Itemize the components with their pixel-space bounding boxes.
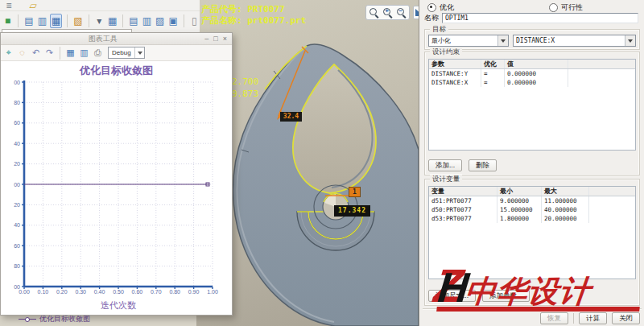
chart-tools-window: 图表工具 – □ × ⌖◌↶↷▦▥⎙ Debug 优化目标收敛图 0080604… <box>0 32 233 316</box>
close-icon[interactable]: × <box>223 34 227 43</box>
toolbar-separator <box>18 14 19 27</box>
chevron-down-icon <box>497 35 508 46</box>
radio-optimization[interactable]: 优化 <box>427 2 454 13</box>
pin-icon[interactable]: ⌖ <box>2 47 14 59</box>
x-tick-label: 0.80 <box>165 289 184 295</box>
redo-icon[interactable]: ↷ <box>43 47 56 59</box>
dialog-buttons: 恢复 计算 关闭 <box>540 312 640 324</box>
variables-table[interactable]: 变量最小最大d51:PRT00779.00000011.000000d50:PR… <box>428 186 636 279</box>
chart-export-icon[interactable]: ▥ <box>78 47 90 59</box>
goal-parameter-dropdown[interactable]: DISTANCE:X <box>513 35 636 47</box>
y-tick-label: 20 <box>1 201 20 208</box>
study-name-input[interactable]: OPTIM1 <box>442 13 638 23</box>
table-cell: DISTANCE:X <box>429 78 481 87</box>
add-dimension-button[interactable]: 添加尺寸... <box>428 290 476 302</box>
chevron-down-icon <box>625 35 635 46</box>
reset-button[interactable]: 恢复 <box>540 312 568 324</box>
y-tick-label: 40 <box>1 221 20 229</box>
x-tick-label: 1.00 <box>203 289 222 295</box>
main-toolbar: ≡▱ ■▤▥▦▧▾▦▤▥▨▣▯ <box>0 0 200 36</box>
column-header[interactable]: 最大 <box>542 187 589 196</box>
table-cell: 11.000000 <box>542 196 589 205</box>
x-tick-label: 0.00 <box>14 289 34 295</box>
minimize-icon[interactable]: – <box>204 34 208 43</box>
chart-title: 优化目标收敛图 <box>1 61 232 78</box>
model-tree-icon[interactable]: ≡ <box>2 0 15 12</box>
delete-constraint-button[interactable]: 删除 <box>469 159 497 171</box>
marker-badge[interactable]: 1 <box>349 187 361 197</box>
legend-label: 优化目标收敛图 <box>39 314 90 324</box>
dimension-value: 2.700 <box>232 76 258 88</box>
data-table-icon[interactable]: ▦ <box>64 47 76 59</box>
table-row[interactable]: d50:PRT007715.00000040.000000 <box>429 205 635 214</box>
chart-window-title: 图表工具 <box>1 34 204 44</box>
close-button[interactable]: 关闭 <box>612 312 640 324</box>
ribbon-tab-row: ≡▱ <box>0 0 200 11</box>
folder-icon[interactable]: ▧ <box>72 14 83 27</box>
zoom-out-icon[interactable]: − <box>395 6 407 19</box>
chevron-down-icon <box>134 47 144 58</box>
add-parameter-button[interactable]: 添加参数... <box>482 290 530 302</box>
column-header[interactable]: 参数 <box>429 60 481 68</box>
toolbar-separator <box>184 14 184 27</box>
y-tick-label: 80 <box>1 99 20 106</box>
axis-display-icon[interactable]: ▥ <box>37 14 47 27</box>
toolbar-separator <box>89 14 89 27</box>
dimension-value: 9.873 <box>232 88 258 100</box>
table-cell: = <box>481 78 505 87</box>
compute-button[interactable]: 计算 <box>579 312 607 324</box>
column-header[interactable]: 变量 <box>429 187 497 196</box>
divider <box>573 313 574 324</box>
options-icon[interactable]: ▣ <box>167 14 178 27</box>
toolbar-separator <box>67 14 68 27</box>
add-constraint-button[interactable]: 添加... <box>428 159 462 171</box>
radio-optimization-label: 优化 <box>440 2 454 13</box>
print-icon[interactable]: ⎙ <box>92 47 104 59</box>
document-icon[interactable]: ▯ <box>189 14 200 27</box>
undo-icon[interactable]: ↶ <box>30 47 42 59</box>
maximize-icon[interactable]: □ <box>213 34 217 43</box>
y-tick-label: 00 <box>1 79 20 86</box>
x-tick-label: 0.70 <box>147 289 166 295</box>
table-row[interactable]: d53:PRT00771.80000020.000000 <box>429 214 635 223</box>
column-header[interactable]: 最小 <box>497 187 542 196</box>
radio-selected-icon <box>427 3 436 12</box>
grid-display-icon[interactable]: ▦ <box>50 14 62 28</box>
table-row[interactable]: d51:PRT00779.00000011.000000 <box>429 196 635 205</box>
chart-window-titlebar[interactable]: 图表工具 – □ × <box>1 33 232 45</box>
table-row[interactable]: DISTANCE:X=0.000000 <box>429 78 635 87</box>
layers-icon[interactable]: ▤ <box>128 14 138 27</box>
x-tick-label: 0.60 <box>127 289 147 295</box>
watermark-underline <box>436 307 640 312</box>
debug-dropdown[interactable]: Debug <box>108 47 145 59</box>
zoom-buttons-group: +− <box>365 5 410 20</box>
radio-feasibility[interactable]: 可行性 <box>549 2 583 13</box>
datum-display-icon[interactable]: ▤ <box>23 14 34 27</box>
view-zoom-toolbar: +− <box>365 5 427 20</box>
clipboard-icon[interactable]: ▱ <box>27 0 39 12</box>
x-tick-label: 0.90 <box>184 289 204 295</box>
stack-icon[interactable]: ▥ <box>142 14 152 27</box>
column-header[interactable]: 值 <box>505 60 568 68</box>
zoom-in-icon[interactable]: + <box>382 6 394 19</box>
goal-type-dropdown[interactable]: 最小化 <box>428 35 509 47</box>
table-row[interactable]: DISTANCE:Y=0.000000 <box>429 69 635 78</box>
y-axis-labels: 0080604020002040608000 <box>1 80 21 289</box>
center-dimension-badge[interactable]: 17.342 <box>334 205 370 217</box>
x-tick-label: 0.30 <box>71 289 90 295</box>
view-manager-icon[interactable]: ■ <box>2 14 13 27</box>
table-icon[interactable]: ▦ <box>107 14 118 27</box>
y-tick-label: 60 <box>1 119 20 126</box>
column-header[interactable]: 优化 <box>481 60 505 68</box>
constraints-table[interactable]: 参数优化值DISTANCE:Y=0.000000DISTANCE:X=0.000… <box>428 59 636 151</box>
tools-icon[interactable]: ▨ <box>155 14 165 27</box>
table-cell: 20.000000 <box>542 214 589 223</box>
zoom-chart-icon[interactable]: ◌ <box>16 47 28 59</box>
filter-icon[interactable]: ▾ <box>94 14 105 27</box>
chart-toolbar: ⌖◌↶↷▦▥⎙ Debug <box>1 45 232 61</box>
zoom-window-icon[interactable] <box>368 6 380 19</box>
dimension-badge[interactable]: 32.4 <box>280 112 302 122</box>
plot-canvas[interactable] <box>22 80 215 289</box>
divider <box>423 308 642 309</box>
debug-dropdown-value: Debug <box>109 49 134 56</box>
